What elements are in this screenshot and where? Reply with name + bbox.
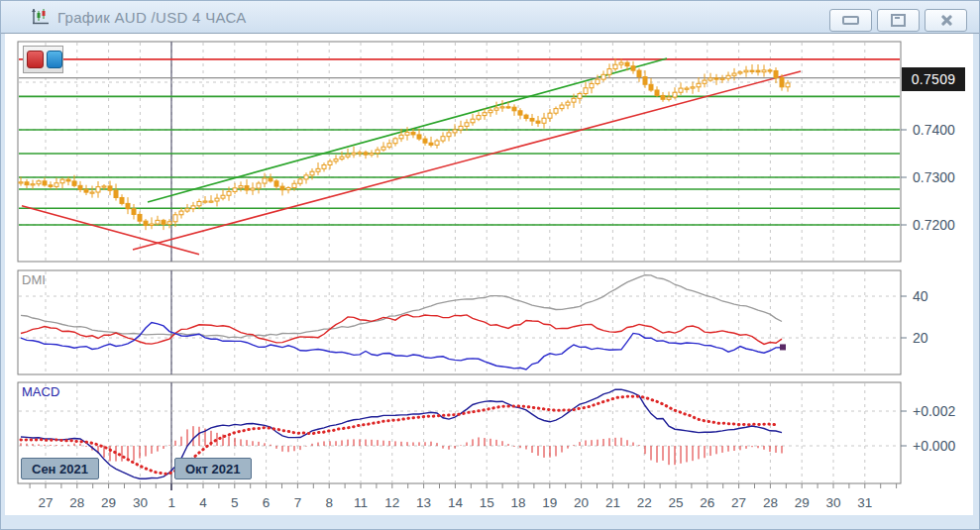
candle-body: [274, 181, 278, 186]
candle-body: [554, 109, 558, 114]
candle-body: [703, 80, 707, 83]
candle-body: [239, 186, 243, 188]
x-axis-label: 8: [325, 495, 333, 510]
candle-body: [459, 126, 463, 130]
candle-body: [191, 206, 195, 209]
candle-body: [280, 186, 284, 190]
candle-body: [673, 92, 677, 97]
x-axis-label: 31: [857, 495, 872, 510]
candle-body: [120, 197, 124, 203]
candle-body: [263, 178, 267, 183]
candle-body: [726, 75, 730, 78]
x-axis-label: 12: [384, 495, 399, 510]
x-axis-label: 5: [231, 495, 239, 510]
close-button[interactable]: [925, 9, 967, 32]
candle-body: [667, 97, 671, 99]
macd-tick-label: +0.002: [913, 403, 955, 419]
candle-body: [661, 95, 665, 99]
x-axis-label: 27: [38, 495, 53, 510]
candle-body: [494, 108, 498, 110]
dmi-tick-label: 40: [913, 288, 928, 304]
candle-body: [596, 79, 599, 83]
x-axis-label: 14: [448, 495, 464, 510]
candle-body: [316, 168, 320, 171]
macd-panel[interactable]: [18, 382, 901, 483]
candle-body: [340, 157, 344, 159]
candle-body: [720, 78, 724, 79]
candle-body: [685, 88, 689, 89]
candle-body: [590, 83, 594, 87]
minimize-button[interactable]: [829, 9, 872, 32]
candle-body: [54, 183, 58, 187]
x-axis-label: 22: [637, 495, 652, 510]
minimize-icon: [842, 16, 859, 25]
candle-body: [233, 188, 237, 192]
red-tool-button[interactable]: [27, 51, 44, 68]
candle-body: [691, 87, 695, 88]
candle-body: [126, 203, 130, 208]
candle-body: [245, 186, 249, 190]
title-bar: График AUD /USD 4 ЧАСА: [1, 1, 979, 34]
x-axis-label: 28: [763, 495, 778, 510]
candle-body: [417, 135, 421, 139]
candle-body: [584, 88, 588, 94]
candle-body: [150, 224, 154, 225]
dmi-panel[interactable]: [18, 270, 901, 374]
price-tick-label: 0.7200: [913, 217, 955, 233]
macd-tick-label: +0.000: [913, 438, 955, 454]
candle-body: [631, 66, 635, 70]
candle-body: [304, 175, 308, 179]
x-axis-label: 30: [825, 495, 840, 510]
blue-tool-button[interactable]: [47, 51, 63, 68]
candlestick-chart-icon: [31, 7, 51, 27]
candle-body: [399, 135, 403, 139]
candle-body: [786, 83, 790, 87]
current-price-badge: 0.7509: [902, 67, 965, 91]
candle-body: [90, 192, 94, 193]
x-axis-label: 1: [167, 495, 175, 510]
candle-body: [298, 179, 302, 183]
dmi-panel-label: DMI: [22, 272, 46, 287]
window-title: График AUD /USD 4 ЧАСА: [57, 9, 247, 26]
candle-body: [66, 179, 70, 181]
candle-body: [578, 94, 582, 99]
candle-body: [708, 78, 712, 80]
candle-body: [78, 185, 82, 189]
candle-body: [465, 123, 469, 127]
candle-body: [387, 144, 391, 148]
main-price-panel[interactable]: [18, 42, 901, 262]
x-axis-label: 30: [133, 495, 148, 510]
candle-body: [774, 70, 778, 77]
candle-body: [506, 107, 510, 108]
candle-body: [322, 165, 326, 169]
candle-body: [744, 70, 748, 72]
candle-body: [548, 113, 552, 118]
candle-body: [732, 73, 736, 75]
candle-body: [738, 72, 742, 73]
candle-body: [381, 147, 385, 150]
candle-body: [96, 187, 100, 192]
price-tick-label: 0.7400: [913, 122, 955, 138]
x-axis-label: 15: [480, 495, 494, 510]
x-axis-label: 18: [510, 495, 525, 510]
candle-body: [768, 70, 772, 71]
candle-body: [43, 181, 47, 185]
x-axis-label: 29: [101, 495, 116, 510]
candle-body: [453, 130, 457, 133]
di-end-marker: [780, 344, 786, 350]
x-axis-label: 4: [199, 495, 207, 510]
candle-body: [542, 118, 546, 123]
candle-body: [269, 178, 272, 181]
candle-body: [370, 154, 374, 156]
candle-body: [489, 110, 492, 112]
candle-body: [215, 198, 219, 201]
candle-body: [286, 188, 290, 190]
candle-body: [197, 201, 201, 205]
month-badge-september: Сен 2021: [21, 458, 99, 479]
candle-body: [376, 150, 380, 153]
chart-canvas[interactable]: 0.74000.73000.72004020+0.002+0.000272829…: [1, 1, 980, 530]
candle-body: [750, 70, 754, 71]
restore-button[interactable]: [877, 9, 920, 32]
candle-body: [625, 62, 629, 66]
candle-body: [756, 70, 760, 72]
